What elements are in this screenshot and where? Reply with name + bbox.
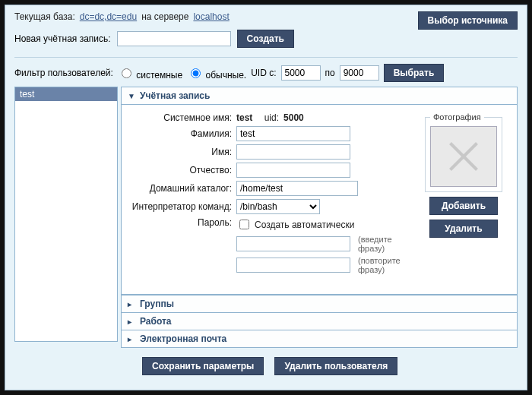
filter-row: Фильтр пользователей: системные обычные.… — [14, 64, 518, 82]
photo-placeholder — [430, 126, 497, 187]
user-list[interactable]: test — [14, 87, 118, 342]
section-email-header[interactable]: ▸ Электронная почта — [121, 330, 518, 348]
close-icon — [445, 137, 483, 175]
uid-to-label: по — [325, 68, 335, 78]
new-account-label: Новая учётная запись: — [14, 33, 111, 44]
password-repeat-input[interactable] — [236, 258, 350, 273]
chevron-right-icon: ▸ — [128, 300, 135, 308]
sysname-label: Системное имя: — [129, 112, 232, 123]
password-label: Пароль: — [129, 217, 232, 228]
repeat-phrase-hint: (повторите фразу) — [358, 256, 418, 274]
filter-label: Фильтр пользователей: — [14, 68, 113, 78]
details-panel: ▼ Учётная запись Системное имя: test uid… — [121, 87, 518, 348]
radio-regular[interactable]: обычные. — [187, 66, 246, 81]
home-input[interactable] — [236, 181, 358, 196]
auto-password-checkbox[interactable]: Создать автоматически — [236, 217, 418, 232]
uid-label: uid: — [264, 112, 279, 123]
save-button[interactable]: Сохранить параметры — [142, 357, 264, 375]
lastname-label: Фамилия: — [129, 128, 232, 139]
photo-delete-button[interactable]: Удалить — [429, 220, 498, 238]
auto-password-label: Создать автоматически — [255, 220, 355, 230]
radio-system-label: системные — [136, 70, 182, 81]
section-groups-header[interactable]: ▸ Группы — [121, 295, 518, 313]
patronymic-input[interactable] — [236, 163, 350, 178]
chevron-down-icon: ▼ — [128, 92, 135, 100]
footer-buttons: Сохранить параметры Удалить пользователя — [142, 357, 518, 375]
source-select-button[interactable]: Выбор источника — [418, 11, 518, 30]
main-area: test ▼ Учётная запись Системное имя: tes… — [14, 87, 518, 348]
home-label: Домашний каталог: — [129, 183, 232, 194]
section-email-title: Электронная почта — [140, 333, 226, 344]
uid-to-input[interactable] — [340, 65, 379, 81]
password-input[interactable] — [236, 236, 350, 251]
server-link[interactable]: localhost — [193, 11, 229, 22]
collapsed-sections: ▸ Группы ▸ Работа ▸ Электронная почта — [121, 295, 518, 348]
filter-select-button[interactable]: Выбрать — [384, 64, 445, 82]
uid-from-input[interactable] — [281, 65, 321, 81]
uid-value: 5000 — [283, 112, 304, 123]
patronymic-label: Отчество: — [129, 165, 232, 175]
firstname-label: Имя: — [129, 147, 232, 157]
delete-user-button[interactable]: Удалить пользователя — [274, 357, 397, 375]
on-server-label: на сервере — [141, 11, 188, 22]
lastname-input[interactable] — [236, 126, 350, 141]
section-account-body: Системное имя: test uid: 5000 Фамилия: И… — [121, 105, 518, 295]
chevron-right-icon: ▸ — [128, 318, 135, 326]
section-account-header[interactable]: ▼ Учётная запись — [121, 87, 518, 105]
radio-system[interactable]: системные — [118, 66, 182, 81]
section-work-header[interactable]: ▸ Работа — [121, 313, 518, 330]
photo-sidebar: Фотография Добавить Удалить — [418, 112, 509, 277]
shell-select[interactable]: /bin/bash — [236, 199, 320, 214]
section-work-title: Работа — [140, 316, 172, 327]
chevron-right-icon: ▸ — [128, 335, 135, 343]
section-groups-title: Группы — [140, 299, 174, 309]
shell-label: Интерпретатор команд: — [129, 201, 232, 212]
app-window: Выбор источника Текущая база: dc=dc,dc=e… — [5, 5, 527, 390]
base-link[interactable]: dc=dc,dc=edu — [80, 11, 137, 22]
new-account-input[interactable] — [117, 31, 231, 46]
firstname-input[interactable] — [236, 144, 350, 160]
separator — [14, 57, 518, 58]
sysname-value: test — [236, 112, 252, 123]
current-base-label: Текущая база: — [14, 11, 75, 22]
create-button[interactable]: Создать — [237, 30, 294, 48]
section-account-title: Учётная запись — [140, 90, 210, 101]
new-account-row: Новая учётная запись: Создать — [14, 30, 518, 48]
photo-add-button[interactable]: Добавить — [429, 197, 498, 215]
list-item[interactable]: test — [15, 87, 117, 101]
enter-phrase-hint: (введите фразу) — [358, 235, 418, 253]
form-area: Системное имя: test uid: 5000 Фамилия: И… — [129, 112, 418, 277]
uid-from-label: UID с: — [251, 68, 276, 78]
photo-label: Фотография — [430, 112, 484, 122]
radio-regular-label: обычные. — [205, 70, 246, 81]
